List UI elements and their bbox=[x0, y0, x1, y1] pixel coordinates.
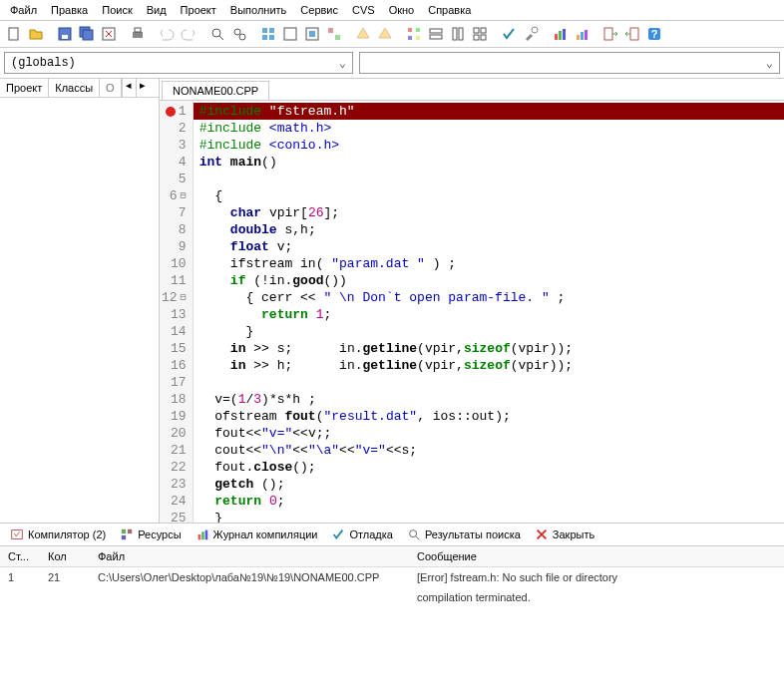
svg-rect-49 bbox=[204, 530, 207, 540]
code-line[interactable]: } bbox=[194, 323, 784, 340]
svg-rect-31 bbox=[481, 35, 486, 40]
code-line[interactable]: double s,h; bbox=[194, 221, 784, 238]
save-all-icon[interactable] bbox=[77, 24, 97, 44]
svg-rect-14 bbox=[269, 35, 274, 40]
tool-icon[interactable] bbox=[521, 24, 541, 44]
svg-rect-26 bbox=[453, 28, 457, 40]
exit1-icon[interactable] bbox=[600, 24, 620, 44]
tab-debug[interactable]: Отладка bbox=[325, 525, 398, 543]
code-line[interactable]: } bbox=[194, 510, 784, 523]
tab-log[interactable]: Журнал компиляции bbox=[190, 525, 324, 543]
tab-compiler[interactable]: Компилятор (2) bbox=[4, 525, 112, 543]
new-file-icon[interactable] bbox=[4, 24, 24, 44]
code-line[interactable]: return 0; bbox=[194, 493, 784, 510]
file-tab[interactable]: NONAME00.CPP bbox=[162, 81, 269, 100]
win4-icon[interactable] bbox=[470, 24, 490, 44]
menu-search[interactable]: Поиск bbox=[96, 2, 138, 18]
compile-run-icon[interactable] bbox=[302, 24, 322, 44]
chart2-icon[interactable] bbox=[572, 24, 591, 44]
col-col[interactable]: Кол bbox=[40, 546, 90, 567]
svg-rect-20 bbox=[408, 28, 412, 32]
code-line[interactable]: in >> h; in.getline(vpir,sizeof(vpir)); bbox=[194, 357, 784, 374]
code-line[interactable] bbox=[194, 374, 784, 391]
scope-bar: (globals) bbox=[0, 48, 784, 79]
open-icon[interactable] bbox=[26, 24, 46, 44]
help-icon[interactable]: ? bbox=[644, 24, 664, 44]
code-line[interactable]: fout.close(); bbox=[194, 459, 784, 476]
menu-service[interactable]: Сервис bbox=[294, 2, 344, 18]
svg-point-9 bbox=[234, 29, 240, 35]
svg-rect-39 bbox=[604, 28, 612, 40]
check-icon[interactable] bbox=[499, 24, 519, 44]
menu-help[interactable]: Справка bbox=[422, 2, 477, 18]
menu-edit[interactable]: Правка bbox=[45, 2, 94, 18]
menu-file[interactable]: Файл bbox=[4, 2, 43, 18]
code-line[interactable]: #include "fstream.h" bbox=[194, 103, 784, 120]
win1-icon[interactable] bbox=[404, 24, 424, 44]
code-line[interactable]: #include <math.h> bbox=[194, 120, 784, 137]
code-line[interactable]: return 1; bbox=[194, 306, 784, 323]
redo-icon[interactable] bbox=[179, 24, 198, 44]
code-line[interactable] bbox=[194, 171, 784, 187]
code-line[interactable]: char vpir[26]; bbox=[194, 204, 784, 221]
col-msg[interactable]: Сообщение bbox=[409, 546, 784, 567]
code-line[interactable]: ofstream fout("result.dat", ios::out); bbox=[194, 408, 784, 425]
menu-cvs[interactable]: CVS bbox=[346, 2, 381, 18]
svg-rect-45 bbox=[128, 529, 132, 533]
code-line[interactable]: getch (); bbox=[194, 476, 784, 493]
tab-resources[interactable]: Ресурсы bbox=[114, 525, 187, 543]
menu-run[interactable]: Выполнить bbox=[224, 2, 292, 18]
tab-other[interactable]: О bbox=[100, 79, 122, 97]
svg-rect-47 bbox=[197, 534, 200, 539]
replace-icon[interactable] bbox=[229, 24, 249, 44]
exit2-icon[interactable] bbox=[622, 24, 642, 44]
svg-rect-22 bbox=[408, 36, 412, 40]
svg-rect-4 bbox=[83, 30, 93, 40]
svg-rect-12 bbox=[269, 28, 274, 33]
code-line[interactable]: { bbox=[194, 187, 784, 204]
code-line[interactable]: { cerr << " \n Don`t open param-file. " … bbox=[194, 289, 784, 306]
save-icon[interactable] bbox=[55, 24, 75, 44]
tab-close[interactable]: Закрыть bbox=[529, 525, 600, 543]
tab-project[interactable]: Проект bbox=[0, 79, 49, 97]
code-line[interactable]: float v; bbox=[194, 238, 784, 255]
rebuild-icon[interactable] bbox=[324, 24, 344, 44]
code-line[interactable]: in >> s; in.getline(vpir,sizeof(vpir)); bbox=[194, 340, 784, 357]
print-icon[interactable] bbox=[128, 24, 148, 44]
menu-window[interactable]: Окно bbox=[383, 2, 421, 18]
col-file[interactable]: Файл bbox=[90, 546, 409, 567]
tab-classes[interactable]: Классы bbox=[49, 79, 100, 97]
menu-project[interactable]: Проект bbox=[175, 2, 222, 18]
stop2-icon[interactable] bbox=[375, 24, 395, 44]
tab-next-icon[interactable]: ▸ bbox=[136, 79, 150, 97]
tab-prev-icon[interactable]: ◂ bbox=[122, 79, 136, 97]
compile-icon[interactable] bbox=[258, 24, 278, 44]
svg-rect-36 bbox=[577, 35, 580, 40]
find-icon[interactable] bbox=[207, 24, 227, 44]
col-line[interactable]: Ст... bbox=[0, 546, 40, 567]
code-line[interactable]: fout<<"v="<<v;; bbox=[194, 425, 784, 442]
output-row[interactable]: 121C:\Users\Олег\Desktop\лаба№19\№19\NON… bbox=[0, 567, 784, 588]
menu-view[interactable]: Вид bbox=[141, 2, 173, 18]
symbol-combo[interactable] bbox=[359, 52, 780, 74]
code-line[interactable]: v=(1/3)*s*h ; bbox=[194, 391, 784, 408]
code-line[interactable]: cout<<"\n"<<"\a"<<"v="<<s; bbox=[194, 442, 784, 459]
tab-find[interactable]: Результаты поиска bbox=[401, 525, 527, 543]
code-line[interactable]: if (!in.good()) bbox=[194, 272, 784, 289]
undo-icon[interactable] bbox=[157, 24, 177, 44]
chart-icon[interactable] bbox=[550, 24, 570, 44]
win2-icon[interactable] bbox=[426, 24, 446, 44]
code-editor[interactable]: 123456⊟789101112⊟13141516171819202122232… bbox=[160, 101, 784, 523]
scope-combo[interactable]: (globals) bbox=[4, 52, 353, 74]
svg-rect-6 bbox=[133, 32, 143, 38]
win3-icon[interactable] bbox=[448, 24, 468, 44]
code-line[interactable]: int main() bbox=[194, 154, 784, 171]
svg-rect-28 bbox=[474, 28, 479, 33]
svg-text:?: ? bbox=[651, 28, 658, 40]
output-row[interactable]: compilation terminated. bbox=[0, 587, 784, 607]
code-line[interactable]: ifstream in( "param.dat " ) ; bbox=[194, 255, 784, 272]
run-icon[interactable] bbox=[280, 24, 300, 44]
stop-icon[interactable] bbox=[353, 24, 373, 44]
close-file-icon[interactable] bbox=[99, 24, 119, 44]
code-line[interactable]: #include <conio.h> bbox=[194, 137, 784, 154]
